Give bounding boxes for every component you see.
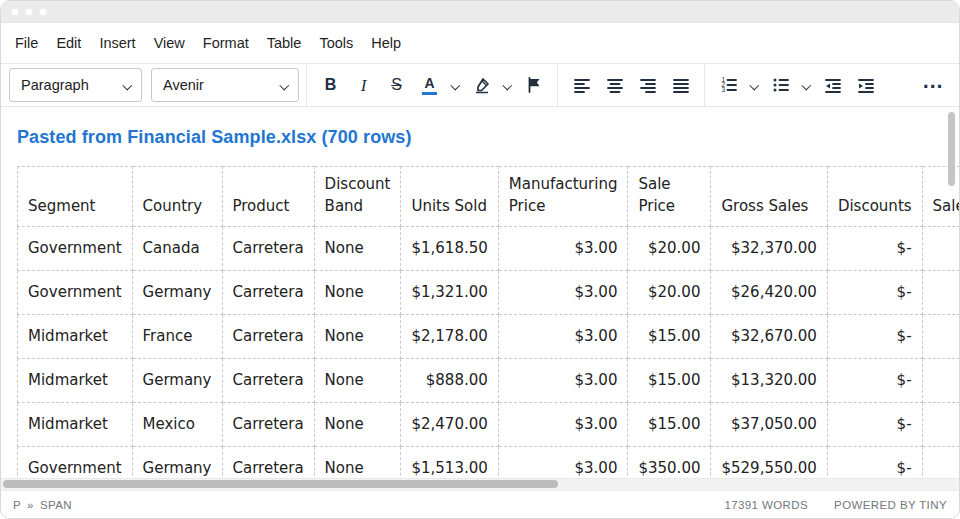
table-cell[interactable]: Midmarket xyxy=(18,359,133,403)
table-cell[interactable]: $37,050.00 xyxy=(711,403,827,447)
horizontal-scrollbar-thumb[interactable] xyxy=(3,480,558,488)
table-cell[interactable]: Carretera xyxy=(222,315,314,359)
table-cell[interactable]: $32,670.00 xyxy=(711,315,827,359)
table-cell[interactable]: Canada xyxy=(132,227,222,271)
menu-table[interactable]: Table xyxy=(258,32,311,54)
column-header[interactable]: Country xyxy=(132,167,222,227)
table-cell[interactable]: Germany xyxy=(132,271,222,315)
column-header[interactable]: Product xyxy=(222,167,314,227)
menu-format[interactable]: Format xyxy=(194,32,258,54)
menu-help[interactable]: Help xyxy=(362,32,410,54)
block-format-select[interactable]: Paragraph xyxy=(9,68,142,102)
table-cell[interactable]: Mexico xyxy=(132,403,222,447)
editor-content[interactable]: Pasted from Financial Sample.xlsx (700 r… xyxy=(1,107,959,490)
table-cell[interactable]: None xyxy=(314,315,401,359)
table-cell[interactable]: $2,178.00 xyxy=(401,315,498,359)
menu-view[interactable]: View xyxy=(145,32,194,54)
outdent-button[interactable] xyxy=(817,68,848,102)
branding-link[interactable]: POWERED BY TINY xyxy=(834,499,947,511)
column-header[interactable]: Sale Price xyxy=(628,167,711,227)
table-cell[interactable]: $3.00 xyxy=(498,227,628,271)
table-cell[interactable]: $20.00 xyxy=(628,227,711,271)
table-cell[interactable]: $3.00 xyxy=(498,315,628,359)
window-zoom-button[interactable] xyxy=(39,8,47,16)
table-cell[interactable]: $20.00 xyxy=(628,271,711,315)
table-cell[interactable]: $3.00 xyxy=(498,271,628,315)
menu-tools[interactable]: Tools xyxy=(310,32,362,54)
word-count[interactable]: 17391 WORDS xyxy=(724,499,808,511)
table-cell[interactable]: Midmarket xyxy=(18,315,133,359)
column-header[interactable]: Units Sold xyxy=(401,167,498,227)
table-cell[interactable]: $- xyxy=(827,315,922,359)
indent-button[interactable] xyxy=(850,68,881,102)
column-header[interactable]: Discounts xyxy=(827,167,922,227)
menu-insert[interactable]: Insert xyxy=(90,32,144,54)
ordered-list-menu-button[interactable] xyxy=(746,68,763,102)
table-cell[interactable]: Carretera xyxy=(222,271,314,315)
column-header[interactable]: Discount Band xyxy=(314,167,401,227)
table-cell[interactable]: None xyxy=(314,227,401,271)
table-cell[interactable]: $1,618.50 xyxy=(401,227,498,271)
font-family-select[interactable]: Avenir xyxy=(151,68,299,102)
bold-button[interactable]: B xyxy=(315,68,346,102)
table-cell[interactable]: France xyxy=(132,315,222,359)
table-cell[interactable]: $- xyxy=(827,359,922,403)
window-close-button[interactable] xyxy=(11,8,19,16)
table-cell[interactable]: $888.00 xyxy=(401,359,498,403)
table-cell[interactable]: $2,470.00 xyxy=(401,403,498,447)
window-minimize-button[interactable] xyxy=(25,8,33,16)
more-toolbar-items-button[interactable]: ⋯ xyxy=(918,68,949,102)
table-cell[interactable] xyxy=(922,403,959,447)
table-cell[interactable]: $3.00 xyxy=(498,403,628,447)
align-left-button[interactable] xyxy=(566,68,597,102)
bullet-list-menu-button[interactable] xyxy=(798,68,815,102)
table-cell[interactable] xyxy=(922,359,959,403)
table-cell[interactable]: $26,420.00 xyxy=(711,271,827,315)
table-cell[interactable]: $3.00 xyxy=(498,359,628,403)
table-cell[interactable]: None xyxy=(314,271,401,315)
align-justify-button[interactable] xyxy=(665,68,696,102)
text-color-menu-button[interactable] xyxy=(447,68,464,102)
table-cell[interactable]: $- xyxy=(827,227,922,271)
table-cell[interactable]: Carretera xyxy=(222,227,314,271)
table-cell[interactable]: None xyxy=(314,359,401,403)
element-path-span[interactable]: SPAN xyxy=(40,499,72,511)
table-cell[interactable]: Midmarket xyxy=(18,403,133,447)
table-cell[interactable]: Carretera xyxy=(222,359,314,403)
table-cell[interactable]: Germany xyxy=(132,359,222,403)
ordered-list-button[interactable]: 1 2 3 xyxy=(713,68,744,102)
table-cell[interactable]: Carretera xyxy=(222,403,314,447)
table-cell[interactable]: None xyxy=(314,403,401,447)
element-path-p[interactable]: P xyxy=(13,499,21,511)
table-cell[interactable] xyxy=(922,227,959,271)
highlight-color-menu-button[interactable] xyxy=(499,68,516,102)
table-cell[interactable]: $- xyxy=(827,271,922,315)
table-cell[interactable] xyxy=(922,315,959,359)
menu-file[interactable]: File xyxy=(6,32,47,54)
table-cell[interactable]: Government xyxy=(18,271,133,315)
horizontal-scrollbar-track[interactable] xyxy=(1,478,959,490)
table-cell[interactable]: $15.00 xyxy=(628,315,711,359)
strikethrough-button[interactable]: S xyxy=(381,68,412,102)
align-right-button[interactable] xyxy=(632,68,663,102)
vertical-scrollbar-thumb[interactable] xyxy=(948,112,955,186)
table-cell[interactable] xyxy=(922,271,959,315)
table-cell[interactable]: Government xyxy=(18,227,133,271)
column-header[interactable]: Segment xyxy=(18,167,133,227)
format-painter-button[interactable] xyxy=(518,68,549,102)
table-cell[interactable]: $15.00 xyxy=(628,359,711,403)
menu-edit[interactable]: Edit xyxy=(47,32,90,54)
column-header[interactable]: Gross Sales xyxy=(711,167,827,227)
table-cell[interactable]: $- xyxy=(827,403,922,447)
table-cell[interactable]: $15.00 xyxy=(628,403,711,447)
italic-button[interactable]: I xyxy=(348,68,379,102)
text-color-button[interactable]: A xyxy=(414,68,445,102)
align-center-button[interactable] xyxy=(599,68,630,102)
document-heading[interactable]: Pasted from Financial Sample.xlsx (700 r… xyxy=(17,127,959,148)
column-header[interactable]: Manufacturing Price xyxy=(498,167,628,227)
highlight-color-button[interactable] xyxy=(466,68,497,102)
table-cell[interactable]: $1,321.00 xyxy=(401,271,498,315)
table-cell[interactable]: $13,320.00 xyxy=(711,359,827,403)
bullet-list-button[interactable] xyxy=(765,68,796,102)
table-cell[interactable]: $32,370.00 xyxy=(711,227,827,271)
